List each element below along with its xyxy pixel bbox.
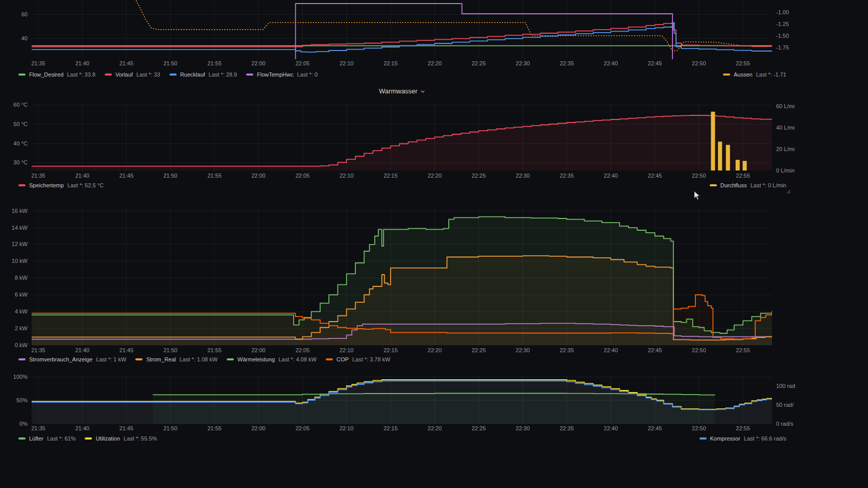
chart-flow-temperatures[interactable]: 21:3521:4021:4521:5021:5522:0022:0522:10… — [0, 0, 868, 69]
svg-text:22:00: 22:00 — [251, 60, 266, 66]
svg-text:21:40: 21:40 — [75, 60, 89, 66]
svg-text:21:50: 21:50 — [163, 60, 178, 66]
legend-flow-temperatures: Flow_DesiredLast *: 33.8VorlaufLast *: 3… — [0, 70, 868, 79]
legend-right-group: KompressorLast *: 66.6 rad/s — [700, 435, 786, 442]
series-last-value: Last *: 0 — [297, 71, 318, 78]
svg-text:21:55: 21:55 — [207, 347, 222, 353]
svg-text:22:30: 22:30 — [516, 173, 530, 179]
series-last-value: Last *: 28.9 — [209, 71, 237, 78]
legend-item-ruecklauf[interactable]: RuecklaufLast *: 28.9 — [170, 71, 237, 78]
svg-text:60 °C: 60 °C — [13, 102, 28, 108]
svg-text:21:45: 21:45 — [119, 173, 134, 179]
svg-text:22:20: 22:20 — [428, 347, 442, 353]
svg-text:22:15: 22:15 — [383, 60, 398, 66]
series-last-value: Last *: 52.5 °C — [67, 182, 104, 188]
series-last-value: Last *: 4.08 kW — [278, 356, 317, 362]
series-color-marker — [246, 74, 253, 76]
legend-left-group: Stromverbrauch_AnzeigeLast *: 1 kWStrom_… — [18, 356, 390, 362]
series-last-value: Last *: 33.8 — [67, 71, 95, 78]
svg-text:22:20: 22:20 — [428, 425, 442, 431]
panel-resize-handle[interactable] — [786, 189, 791, 194]
svg-text:22:30: 22:30 — [516, 60, 530, 66]
series-last-value: Last *: 3.78 kW — [352, 356, 391, 362]
legend-item-utilization[interactable]: UtilizationLast *: 55.5% — [85, 435, 157, 442]
svg-text:22:55: 22:55 — [736, 173, 750, 179]
legend-right-group: DurchflussLast *: 0 L/min — [710, 182, 786, 188]
series-color-marker — [700, 437, 707, 440]
svg-text:22:20: 22:20 — [428, 60, 442, 66]
svg-text:10 kW: 10 kW — [12, 258, 28, 264]
chart-warmwasser[interactable]: 21:3521:4021:4521:5021:5522:0022:0522:10… — [0, 100, 868, 186]
svg-text:22:45: 22:45 — [648, 60, 662, 66]
svg-text:6 kW: 6 kW — [15, 291, 28, 298]
series-color-marker — [326, 358, 333, 360]
legend-item-w-rmeleistung[interactable]: WärmeleistungLast *: 4.08 kW — [227, 356, 317, 362]
svg-text:22:15: 22:15 — [383, 173, 398, 179]
legend-item-cop[interactable]: COPLast *: 3.78 kW — [326, 356, 390, 362]
legend-item-durchfluss[interactable]: DurchflussLast *: 0 L/min — [710, 182, 786, 188]
series-name: Durchfluss — [720, 182, 747, 188]
series-color-marker — [135, 358, 142, 360]
legend-left-group: SpeichertempLast *: 52.5 °C — [18, 182, 104, 188]
svg-text:16 kW: 16 kW — [12, 208, 28, 214]
chevron-down-icon — [420, 89, 425, 94]
series-name: Aussen — [734, 71, 753, 78]
svg-text:22:05: 22:05 — [296, 347, 310, 353]
grafana-dashboard: { "dashboard": { "time_ticks": ["21:35",… — [0, 0, 868, 488]
svg-text:22:40: 22:40 — [604, 347, 618, 353]
svg-text:21:55: 21:55 — [207, 425, 222, 431]
series-color-marker — [723, 74, 730, 76]
mouse-cursor — [693, 190, 702, 202]
series-name: Flow_Desired — [29, 71, 63, 78]
svg-text:50 rad/: 50 rad/ — [776, 402, 794, 408]
legend-item-aussen[interactable]: AussenLast *: -1.71 — [723, 71, 786, 78]
series-name: FlowTempHwc — [257, 71, 294, 78]
series-name: COP — [336, 356, 349, 362]
svg-text:22:35: 22:35 — [560, 425, 574, 431]
svg-text:100%: 100% — [13, 374, 28, 380]
svg-text:14 kW: 14 kW — [12, 225, 28, 231]
svg-text:22:45: 22:45 — [648, 347, 662, 353]
series-color-marker — [710, 184, 717, 186]
series-last-value: Last *: 33 — [136, 71, 160, 78]
legend-item-strom-real[interactable]: Strom_RealLast *: 1.08 kW — [135, 356, 218, 362]
legend-item-kompressor[interactable]: KompressorLast *: 66.6 rad/s — [700, 435, 786, 442]
svg-text:21:55: 21:55 — [207, 60, 222, 66]
svg-text:12 kW: 12 kW — [12, 241, 28, 247]
svg-text:2 kW: 2 kW — [15, 325, 28, 331]
legend-item-flow-desired[interactable]: Flow_DesiredLast *: 33.8 — [18, 71, 95, 78]
legend-item-speichertemp[interactable]: SpeichertempLast *: 52.5 °C — [18, 182, 104, 188]
svg-text:22:30: 22:30 — [516, 425, 530, 431]
svg-text:21:45: 21:45 — [119, 347, 134, 353]
svg-text:22:50: 22:50 — [692, 425, 706, 431]
svg-text:0 L/min: 0 L/min — [776, 167, 794, 174]
svg-text:22:10: 22:10 — [340, 60, 354, 66]
svg-text:22:45: 22:45 — [648, 173, 662, 179]
legend-item-vorlauf[interactable]: VorlaufLast *: 33 — [105, 71, 160, 78]
legend-fan-compressor: LüfterLast *: 61%UtilizationLast *: 55.5… — [0, 434, 868, 443]
svg-text:22:25: 22:25 — [472, 347, 486, 353]
series-name: Wärmeleistung — [237, 356, 275, 362]
series-name: Ruecklauf — [180, 71, 205, 78]
series-last-value: Last *: 1 kW — [96, 356, 126, 362]
series-last-value: Last *: 0 L/min — [751, 182, 786, 188]
legend-left-group: LüfterLast *: 61%UtilizationLast *: 55.5… — [18, 435, 157, 442]
legend-item-l-fter[interactable]: LüfterLast *: 61% — [18, 435, 76, 442]
chart-fan-compressor[interactable]: 21:3521:4021:4521:5021:5522:0022:0522:10… — [0, 372, 868, 436]
legend-power: Stromverbrauch_AnzeigeLast *: 1 kWStrom_… — [0, 355, 868, 363]
legend-item-flowtemphwc[interactable]: FlowTempHwcLast *: 0 — [246, 71, 318, 78]
svg-text:21:35: 21:35 — [31, 425, 45, 431]
svg-text:22:00: 22:00 — [251, 173, 266, 179]
svg-text:21:50: 21:50 — [163, 347, 178, 353]
svg-text:-1.00: -1.00 — [776, 9, 789, 15]
svg-text:22:25: 22:25 — [472, 173, 486, 179]
svg-text:50%: 50% — [16, 397, 28, 403]
svg-text:30 °C: 30 °C — [13, 159, 28, 165]
svg-text:22:05: 22:05 — [296, 60, 310, 66]
legend-item-stromverbrauch-anzeige[interactable]: Stromverbrauch_AnzeigeLast *: 1 kW — [18, 356, 126, 362]
series-name: Strom_Real — [146, 356, 176, 362]
panel-title-warmwasser[interactable]: Warmwasser — [0, 87, 804, 95]
series-color-marker — [18, 437, 26, 440]
chart-power[interactable]: 21:3521:4021:4521:5021:5522:0022:0522:10… — [0, 204, 868, 357]
svg-text:22:35: 22:35 — [560, 347, 574, 353]
